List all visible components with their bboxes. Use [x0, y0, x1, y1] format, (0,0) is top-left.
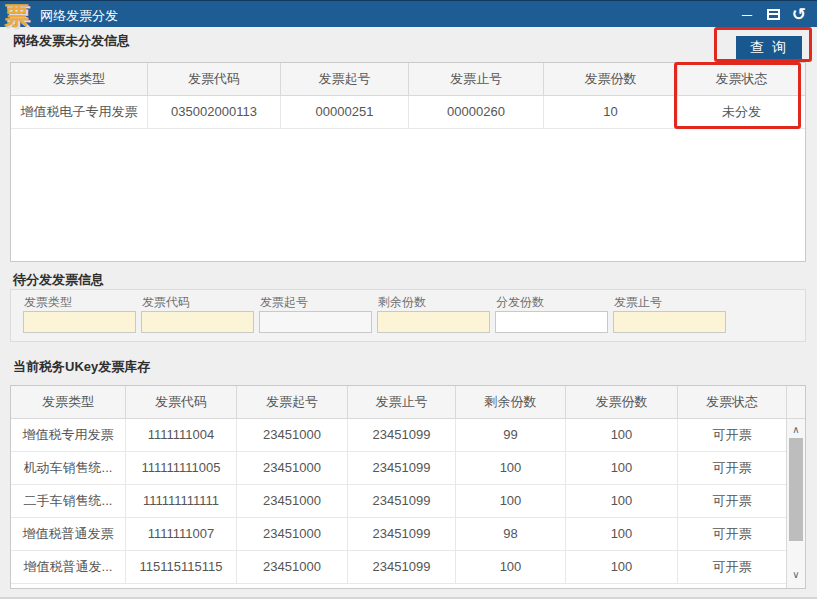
ukey-stock-table: 发票类型发票代码发票起号发票止号剩余份数发票份数发票状态 增值税专用发票1111… [10, 385, 806, 589]
table-cell: 未分发 [678, 96, 805, 128]
invoice-start-field: 发票起号 [259, 290, 372, 343]
table-cell: 增值税普通发... [11, 551, 126, 583]
distribute-count-label: 分发份数 [496, 294, 544, 311]
distribute-count-input[interactable] [495, 311, 608, 333]
table-cell: 23451000 [237, 419, 348, 451]
table-cell: 可开票 [678, 452, 786, 484]
column-header: 发票状态 [678, 386, 786, 418]
minimize-button[interactable]: ─ [739, 5, 755, 25]
query-button[interactable]: 查 询 [736, 36, 802, 59]
invoice-start-input[interactable] [259, 311, 372, 333]
column-header: 发票起号 [281, 63, 409, 95]
table-cell: 99 [456, 419, 566, 451]
invoice-type-field: 发票类型 [23, 290, 136, 343]
ukey-stock-section-heading: 当前税务UKey发票库存 [13, 358, 150, 376]
undo-icon: ↺ [792, 6, 806, 24]
table-cell: 23451000 [237, 452, 348, 484]
table-cell: 100 [566, 485, 678, 517]
invoice-end-input[interactable] [613, 311, 726, 333]
column-header: 发票类型 [11, 386, 126, 418]
undistributed-section-heading: 网络发票未分发信息 [13, 32, 130, 50]
column-header: 发票起号 [237, 386, 348, 418]
invoice-end-field: 发票止号 [613, 290, 726, 343]
table-cell: 二手车销售统... [11, 485, 126, 517]
table-cell: 100 [566, 419, 678, 451]
column-header: 发票份数 [544, 63, 678, 95]
distribute-form: 发票类型 发票代码 发票起号 剩余份数 分发份数 发票止号 分发 [10, 289, 806, 342]
table-body: 增值税专用发票1111111004234510002345109999100可开… [11, 419, 786, 584]
table-body: 增值税电子专用发票035002000113000002510000026010未… [11, 96, 805, 129]
column-header: 发票类型 [11, 63, 148, 95]
scroll-down-icon[interactable]: ∨ [787, 565, 805, 583]
table-cell: 23451099 [348, 419, 456, 451]
table-cell: 23451099 [348, 452, 456, 484]
column-header: 发票止号 [348, 386, 456, 418]
table-cell: 机动车销售统... [11, 452, 126, 484]
table-cell: 100 [566, 452, 678, 484]
remaining-count-field: 剩余份数 [377, 290, 490, 343]
vertical-scrollbar[interactable]: ∧ ∨ [786, 386, 805, 588]
table-cell: 100 [456, 452, 566, 484]
undistributed-invoice-table: 发票类型发票代码发票起号发票止号发票份数发票状态 增值税电子专用发票035002… [10, 62, 806, 262]
scrollbar-header-cap [787, 386, 805, 419]
column-header: 发票代码 [126, 386, 237, 418]
table-cell: 00000251 [281, 96, 409, 128]
table-cell: 100 [566, 551, 678, 583]
minimize-icon: ─ [742, 5, 752, 25]
table-cell: 00000260 [409, 96, 544, 128]
table-row[interactable]: 增值税普通发票1111111007234510002345109998100可开… [11, 518, 786, 551]
remaining-count-input[interactable] [377, 311, 490, 333]
invoice-code-input[interactable] [141, 311, 254, 333]
restore-icon [767, 9, 780, 20]
column-header: 发票代码 [148, 63, 281, 95]
table-cell: 100 [566, 518, 678, 550]
table-cell: 111111111005 [126, 452, 237, 484]
invoice-start-label: 发票起号 [260, 294, 308, 311]
column-header: 剩余份数 [456, 386, 566, 418]
table-cell: 23451000 [237, 518, 348, 550]
scroll-up-icon[interactable]: ∧ [787, 420, 805, 438]
table-cell: 23451000 [237, 551, 348, 583]
table-row[interactable]: 增值税专用发票1111111004234510002345109999100可开… [11, 419, 786, 452]
table-cell: 1111111007 [126, 518, 237, 550]
table-cell: 23451099 [348, 518, 456, 550]
table-cell: 23451000 [237, 485, 348, 517]
table-cell: 035002000113 [148, 96, 281, 128]
undo-button[interactable]: ↺ [791, 5, 807, 25]
invoice-code-label: 发票代码 [142, 294, 190, 311]
table-row[interactable]: 机动车销售统...1111111110052345100023451099100… [11, 452, 786, 485]
table-cell: 可开票 [678, 419, 786, 451]
table-cell: 可开票 [678, 485, 786, 517]
scrollbar-thumb[interactable] [789, 438, 803, 541]
window-title: 网络发票分发 [40, 7, 118, 25]
table-cell: 115115115115 [126, 551, 237, 583]
restore-button[interactable] [765, 5, 781, 25]
table-cell: 98 [456, 518, 566, 550]
table-cell: 1111111004 [126, 419, 237, 451]
table-cell: 23451099 [348, 485, 456, 517]
distribute-count-field: 分发份数 [495, 290, 608, 343]
table-row[interactable]: 增值税普通发...1151151151152345100023451099100… [11, 551, 786, 584]
invoice-type-input[interactable] [23, 311, 136, 333]
table-row[interactable]: 二手车销售统...1111111111112345100023451099100… [11, 485, 786, 518]
titlebar: 网络发票分发 ─ ↺ [0, 0, 817, 27]
table-cell: 增值税专用发票 [11, 419, 126, 451]
table-cell: 可开票 [678, 551, 786, 583]
table-cell: 100 [456, 485, 566, 517]
table-cell: 增值税电子专用发票 [11, 96, 148, 128]
table-cell: 111111111111 [126, 485, 237, 517]
app-logo-ticket-icon: 票 [4, 1, 29, 29]
invoice-distribution-window: 网络发票分发 ─ ↺ 票 网络发票未分发信息 查 询 发票类型发票代码发票起号发… [0, 0, 817, 599]
column-header: 发票份数 [566, 386, 678, 418]
invoice-end-label: 发票止号 [614, 294, 662, 311]
table-row[interactable]: 增值税电子专用发票035002000113000002510000026010未… [11, 96, 805, 129]
table-header-row: 发票类型发票代码发票起号发票止号剩余份数发票份数发票状态 [11, 386, 786, 419]
remaining-count-label: 剩余份数 [378, 294, 426, 311]
table-cell: 增值税普通发票 [11, 518, 126, 550]
table-cell: 10 [544, 96, 678, 128]
window-controls: ─ ↺ [739, 1, 807, 28]
to-distribute-section-heading: 待分发发票信息 [13, 271, 104, 289]
column-header: 发票止号 [409, 63, 544, 95]
table-cell: 23451099 [348, 551, 456, 583]
table-header-row: 发票类型发票代码发票起号发票止号发票份数发票状态 [11, 63, 805, 96]
